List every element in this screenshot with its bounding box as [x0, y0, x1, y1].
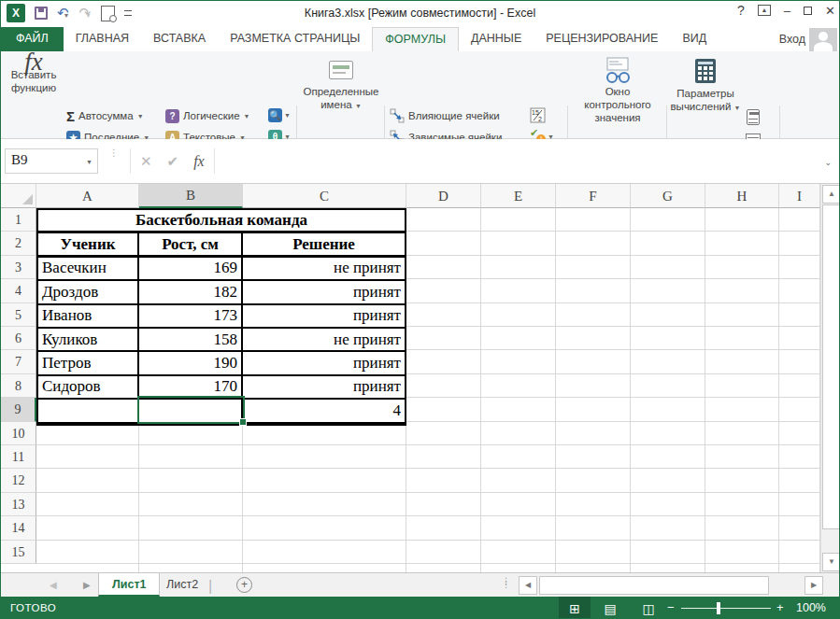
zoom-level[interactable]: 100%	[796, 601, 826, 614]
scroll-down-icon[interactable]: ▼	[822, 553, 840, 571]
calculation-options-button[interactable]: Параметры вычислений ▼	[670, 55, 741, 135]
lookup-reference-button[interactable]: 🔍▼	[268, 108, 291, 122]
enter-icon[interactable]: ✔	[167, 153, 179, 170]
row-header-10[interactable]: 10	[1, 422, 36, 445]
sheet-nav-left-icon[interactable]: ◀	[50, 580, 57, 590]
cell-C7[interactable]: принят	[243, 352, 405, 375]
scroll-left-icon[interactable]: ◀	[519, 576, 537, 595]
column-header-E[interactable]: E	[481, 184, 556, 208]
row-header-14[interactable]: 14	[1, 516, 36, 540]
column-header-I[interactable]: I	[779, 184, 820, 208]
cell-A1-title[interactable]: Баскетбольная команда	[38, 210, 405, 233]
cell-C4[interactable]: принят	[243, 281, 405, 304]
column-header-C[interactable]: C	[243, 184, 406, 208]
cell-A4[interactable]: Дроздов	[38, 281, 139, 304]
tab-page-layout[interactable]: РАЗМЕТКА СТРАНИЦЫ	[218, 27, 372, 51]
spreadsheet-grid[interactable]: ABCDEFGHI 123456789101112131415 Баскетбо…	[1, 184, 820, 572]
cell-C6[interactable]: не принят	[243, 329, 405, 352]
normal-view-button[interactable]: ⊞	[559, 597, 591, 619]
tab-view[interactable]: ВИД	[670, 27, 719, 51]
cell-A9[interactable]	[38, 400, 139, 423]
cell-header-A2[interactable]: Ученик	[38, 233, 139, 257]
tab-data[interactable]: ДАННЫЕ	[459, 27, 534, 51]
formula-input[interactable]	[227, 148, 815, 174]
row-header-5[interactable]: 5	[1, 303, 36, 327]
row-header-15[interactable]: 15	[1, 541, 36, 564]
sign-in-link[interactable]: Вход	[779, 33, 805, 46]
page-layout-view-button[interactable]: ▤	[594, 597, 626, 619]
vertical-scrollbar[interactable]: ▲ ▼	[820, 184, 840, 572]
data-table[interactable]: Баскетбольная командаУченикРост, смРешен…	[36, 208, 406, 426]
autosum-button[interactable]: Σ Автосумма▼	[66, 106, 144, 125]
scroll-right-icon[interactable]: ▶	[804, 576, 823, 595]
column-header-A[interactable]: A	[36, 184, 139, 208]
tab-review[interactable]: РЕЦЕНЗИРОВАНИЕ	[534, 27, 670, 51]
cell-C5[interactable]: принят	[243, 305, 405, 329]
minimize-icon[interactable]: –	[784, 4, 790, 18]
cell-B4[interactable]: 182	[139, 281, 243, 304]
cell-A3[interactable]: Васечкин	[38, 258, 139, 281]
column-header-G[interactable]: G	[631, 184, 705, 208]
scrollbar-resize-handle[interactable]: ⋮⋮	[502, 579, 510, 586]
select-all-corner[interactable]	[1, 184, 36, 208]
maximize-icon[interactable]	[804, 7, 812, 15]
zoom-slider-thumb[interactable]	[717, 602, 720, 614]
row-header-2[interactable]: 2	[1, 232, 36, 255]
logical-button[interactable]: ? Логические▼	[165, 106, 250, 125]
sheet-tab-list2[interactable]: Лист2	[153, 573, 211, 597]
ribbon-display-options-icon[interactable]: ▲	[758, 5, 771, 16]
zoom-in-icon[interactable]: +	[776, 600, 784, 614]
help-icon[interactable]: ?	[737, 3, 745, 18]
defined-names-button[interactable]: Определенные имена ▼	[302, 55, 380, 135]
cell-A6[interactable]: Куликов	[38, 329, 139, 352]
cell-C3[interactable]: не принят	[243, 258, 405, 281]
name-box[interactable]: B9▼	[5, 148, 98, 174]
calculate-now-button[interactable]	[747, 109, 760, 125]
active-cell-selection[interactable]	[137, 396, 245, 423]
column-header-B[interactable]: B	[139, 184, 243, 208]
vertical-scroll-thumb[interactable]	[822, 204, 840, 529]
zoom-slider-track[interactable]	[681, 608, 771, 609]
cell-A8[interactable]: Сидоров	[38, 376, 139, 400]
cell-C9[interactable]: 4	[243, 400, 405, 423]
column-header-F[interactable]: F	[556, 184, 631, 208]
user-avatar[interactable]	[809, 28, 837, 51]
sheet-nav-right-icon[interactable]: ▶	[83, 580, 91, 590]
scroll-up-icon[interactable]: ▲	[822, 185, 840, 204]
horizontal-scrollbar[interactable]: ◀ ▶	[519, 576, 823, 595]
cell-header-C2[interactable]: Решение	[243, 233, 405, 257]
cell-header-B2[interactable]: Рост, см	[139, 233, 243, 257]
cell-B3[interactable]: 169	[139, 258, 243, 281]
expand-formula-bar-icon[interactable]: ⌄	[824, 158, 832, 167]
column-header-D[interactable]: D	[406, 184, 481, 208]
name-box-resize-handle[interactable]: ⋮	[109, 150, 119, 155]
tab-insert[interactable]: ВСТАВКА	[141, 27, 218, 51]
cancel-icon[interactable]: ✕	[140, 153, 152, 170]
row-header-6[interactable]: 6	[1, 327, 36, 350]
cell-B5[interactable]: 173	[139, 305, 243, 329]
row-header-12[interactable]: 12	[1, 469, 36, 492]
trace-precedents-button[interactable]: Влияющие ячейки	[390, 106, 500, 125]
cell-A5[interactable]: Иванов	[38, 305, 139, 329]
watch-window-button[interactable]: Окно контрольного значения	[573, 55, 662, 135]
horizontal-scroll-thumb[interactable]	[539, 576, 769, 595]
close-icon[interactable]: ✕	[825, 4, 835, 18]
cell-B6[interactable]: 158	[139, 329, 243, 352]
insert-function-button[interactable]: fx Вставить функцию	[7, 55, 61, 135]
insert-function-fx-icon[interactable]: fx	[193, 153, 205, 170]
zoom-out-icon[interactable]: −	[667, 600, 675, 614]
new-sheet-button[interactable]: +	[236, 577, 252, 593]
sheet-tab-list1[interactable]: Лист1	[98, 573, 160, 597]
show-formulas-button[interactable]: 152	[530, 107, 546, 123]
cell-C8[interactable]: принят	[243, 376, 405, 400]
row-header-8[interactable]: 8	[1, 374, 36, 398]
row-header-3[interactable]: 3	[1, 256, 36, 279]
tab-formulas[interactable]: ФОРМУЛЫ	[372, 27, 459, 51]
row-header-13[interactable]: 13	[1, 493, 36, 516]
cell-B7[interactable]: 190	[139, 352, 243, 375]
cell-A7[interactable]: Петров	[38, 352, 139, 375]
row-header-7[interactable]: 7	[1, 350, 36, 373]
row-header-1[interactable]: 1	[1, 208, 36, 232]
row-header-9[interactable]: 9	[1, 398, 36, 421]
page-break-view-button[interactable]: ◫	[633, 597, 664, 619]
